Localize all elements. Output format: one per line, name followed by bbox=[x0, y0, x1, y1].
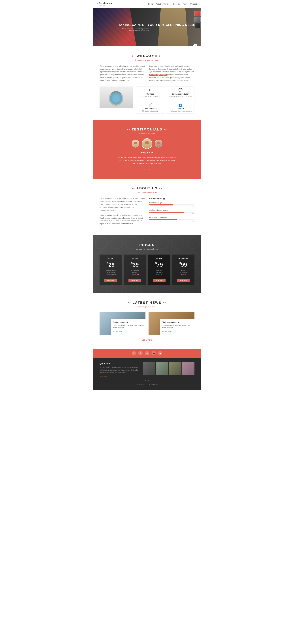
hero-thumb-1[interactable] bbox=[194, 11, 201, 16]
brand-name: Dry cleaning bbox=[99, 2, 112, 4]
nav-about[interactable]: About bbox=[156, 3, 161, 5]
price-amount-silver: $39 bbox=[125, 262, 145, 268]
footer-carousel-next[interactable]: > bbox=[148, 379, 149, 381]
testimonial-name: Emily Barnes bbox=[100, 151, 194, 154]
news-headline-2: Claritas est etiam pr bbox=[162, 321, 193, 324]
avatar-left[interactable] bbox=[132, 140, 139, 148]
skill-bar-2 bbox=[149, 212, 194, 213]
price-amount-platinum: $99 bbox=[173, 262, 193, 268]
skill-item-2: Claritas est etiam proces 77% bbox=[149, 209, 194, 215]
price-amount-gold: $79 bbox=[149, 262, 169, 268]
price-currency-silver: $ bbox=[131, 262, 133, 264]
brand-logo[interactable]: ● Dry cleaning since 2010 bbox=[97, 2, 112, 6]
partners-icon: 👥 bbox=[168, 103, 193, 107]
about-dots-right: ◆◆ bbox=[159, 187, 162, 189]
service-item-consultation: 💬 Online consultation Claritas est etiam… bbox=[167, 86, 195, 99]
washing-machine-image bbox=[100, 86, 133, 108]
order-button-basic[interactable]: order now bbox=[104, 279, 117, 282]
consultation-icon: 💬 bbox=[168, 88, 193, 92]
skill-fill-2 bbox=[149, 212, 184, 213]
testimonials-dots-left: ◆◆ bbox=[127, 129, 130, 130]
welcome-bottom: ⚙ Services Eos et accumsan et iusto od 💬… bbox=[100, 86, 194, 114]
social-instagram[interactable]: 📷 bbox=[151, 351, 156, 356]
price-desc-gold: MopumusTyu opodo coltudum ut bbox=[149, 269, 169, 276]
washing-machine-visual bbox=[100, 86, 133, 108]
order-button-silver[interactable]: order now bbox=[129, 279, 141, 282]
partners-name: Partners bbox=[168, 108, 193, 110]
nav-home[interactable]: Home bbox=[148, 3, 153, 5]
price-currency-platinum: $ bbox=[179, 262, 181, 264]
see-all-link[interactable]: See all news bbox=[142, 339, 152, 341]
news-date-1: 21 / 09 / 2015 bbox=[113, 331, 122, 332]
about-title: ABOUT US bbox=[137, 186, 158, 190]
price-tier-platinum: Platinum bbox=[173, 258, 193, 260]
brand-icon: ● bbox=[97, 2, 98, 5]
price-amount-basic: $29 bbox=[101, 262, 121, 268]
price-desc-basic: Denis et accumSe et himtodoCo lorem ipsu… bbox=[101, 269, 121, 276]
services-grid: ⚙ Services Eos et accumsan et iusto od 💬… bbox=[136, 86, 194, 114]
articles-icon: 📄 bbox=[138, 103, 163, 107]
testimonial-next-button[interactable]: > bbox=[148, 168, 149, 171]
services-icon: ⚙ bbox=[138, 88, 163, 92]
testimonial-navigation: < > bbox=[100, 168, 194, 171]
welcome-text-right: Secumsan et iusto odio dignissam qui bla… bbox=[149, 65, 194, 82]
news-dots-right: ◆◆ bbox=[163, 302, 166, 304]
price-desc-silver: Se in co accuOpudio colCo lorem ode bbox=[125, 269, 145, 276]
news-card-2: Claritas est etiam pr Secumsan et iusto … bbox=[148, 312, 194, 334]
testimonial-avatars bbox=[100, 138, 194, 149]
about-dots-left: ◆◆ bbox=[132, 187, 135, 189]
welcome-paragraph-left: Eos et accumsan et iusto odio dignissim … bbox=[100, 65, 145, 82]
footer-images bbox=[143, 362, 194, 377]
footer-carousel-prev[interactable]: < bbox=[145, 379, 146, 381]
price-card-platinum: Platinum $99 MiurisCe et em dilDartuatin… bbox=[172, 254, 195, 285]
price-currency-basic: $ bbox=[107, 262, 108, 264]
news-subtitle: Selerit augue duis dolore bbox=[100, 306, 194, 308]
about-text: Eos et accumsan et iusto odio dignissim … bbox=[100, 197, 145, 228]
welcome-title: WELCOME bbox=[137, 54, 157, 58]
social-youtube[interactable]: ▶ bbox=[158, 351, 162, 356]
testimonial-prev-button[interactable]: < bbox=[145, 168, 146, 171]
welcome-paragraph-right: Secumsan et iusto odio dignissam qui bla… bbox=[149, 65, 194, 82]
news-title: LATEST NEWS bbox=[133, 301, 161, 305]
welcome-text-container: Eos et accumsan et iusto odio dignissim … bbox=[100, 65, 194, 82]
more-info-link[interactable]: More info bbox=[100, 376, 139, 377]
nav-news[interactable]: News bbox=[183, 3, 188, 5]
nav-contacts[interactable]: Contacts bbox=[190, 3, 197, 5]
price-currency-gold: $ bbox=[155, 262, 157, 264]
quick-facts-title: Quick facts bbox=[100, 362, 139, 365]
order-button-platinum[interactable]: order now bbox=[177, 279, 190, 282]
welcome-subtitle: Duis autem vel eum iriure dolor bbox=[100, 59, 194, 61]
news-dots-left: ◆◆ bbox=[128, 302, 131, 304]
about-paragraph-2: Mirum est notare quam littera gothica, q… bbox=[100, 214, 145, 225]
hero-thumb-2[interactable] bbox=[194, 17, 201, 22]
news-overlay-2: Claritas est etiam pr Secumsan et iusto … bbox=[160, 320, 194, 334]
footer-privacy-policy[interactable]: Privacy Policy bbox=[149, 384, 158, 385]
avatar-center-active[interactable] bbox=[142, 138, 152, 149]
nav-pricelist[interactable]: Price list bbox=[173, 3, 180, 5]
social-twitter[interactable]: 𝕏 bbox=[132, 351, 136, 356]
hero-subtitle: Eos et accumsan et iusto odio dignissim … bbox=[118, 28, 149, 31]
hero-thumb-3[interactable] bbox=[194, 23, 201, 28]
news-overlay-1: Eodem modo typ Eos et accumsan et iusto … bbox=[111, 320, 146, 334]
social-facebook[interactable]: f bbox=[138, 351, 143, 356]
footer-copyright: Copyright © 2015 bbox=[136, 384, 147, 385]
articles-desc: Mirum est notare quam bbox=[138, 110, 163, 112]
footer-image-4 bbox=[182, 362, 194, 374]
prices-subtitle: Vonstraverunt lectores legere bbox=[100, 248, 194, 250]
avatar-right[interactable] bbox=[155, 140, 162, 148]
partners-desc: Claritas est etiam processus dyn bbox=[168, 110, 193, 112]
nav-links: Home About Services Price list News Cont… bbox=[148, 2, 197, 5]
consultation-name: Online consultation bbox=[168, 93, 193, 95]
prices-section: PRICES Vonstraverunt lectores legere Bas… bbox=[93, 235, 201, 293]
order-button-gold[interactable]: order now bbox=[153, 279, 165, 282]
social-google-plus[interactable]: g+ bbox=[145, 351, 149, 356]
skills-title: Eodem modo typ bbox=[149, 197, 194, 200]
nav-services[interactable]: Services bbox=[163, 3, 170, 5]
about-content: Eos et accumsan et iusto odio dignissim … bbox=[100, 197, 194, 228]
brand-tagline: since 2010 bbox=[99, 4, 112, 6]
hero-section: TAKING CARE OF YOUR DRY CLEAINING NEEDS!… bbox=[93, 8, 201, 46]
footer: Quick facts Typi non habent claritatem i… bbox=[93, 358, 201, 390]
about-section: ◆◆ ABOUT US ◆◆ Typi non habitemm vel eu … bbox=[93, 179, 201, 235]
testimonials-title: TESTIMONIALS bbox=[132, 128, 162, 132]
news-text-2: Secumsan et iusto odio dignossam et qui … bbox=[162, 324, 193, 329]
